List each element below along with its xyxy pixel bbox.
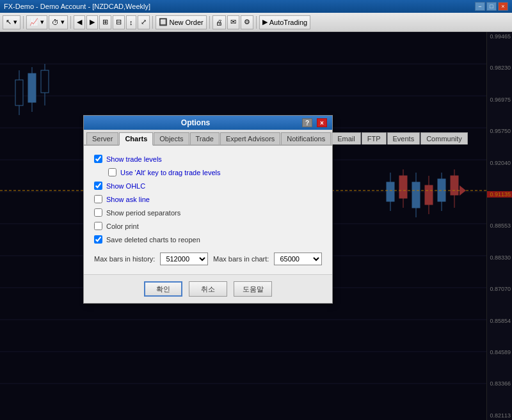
show-trade-levels-label[interactable]: Show trade levels — [106, 155, 162, 163]
max-bars-row: Max bars in history: 512000 256000 12800… — [94, 253, 322, 265]
use-alt-key-label[interactable]: Use 'Alt' key to drag trade levels — [120, 169, 220, 176]
tab-community[interactable]: Community — [420, 132, 468, 144]
charts-tab-content: Show trade levels Use 'Alt' key to drag … — [84, 146, 332, 274]
show-ask-line-row: Show ask line — [94, 195, 322, 203]
show-period-separators-checkbox[interactable] — [94, 208, 102, 217]
window-close-button[interactable]: × — [498, 2, 508, 11]
order-icon: 🔲 — [159, 18, 168, 26]
tab-expert-advisors[interactable]: Expert Advisors — [220, 132, 280, 144]
toolbar-btn-settings[interactable]: ⚙ — [241, 15, 253, 29]
toolbar-arrows[interactable]: ↖ ▾ — [3, 15, 20, 29]
timeframe-icon: ⏱ — [52, 19, 59, 26]
maximize-button[interactable]: □ — [486, 2, 497, 11]
toolbar-nav3[interactable]: ⊞ — [99, 15, 111, 29]
help-button[interactable]: 도움말 — [234, 281, 272, 297]
show-period-separators-row: Show period separators — [94, 208, 322, 217]
toolbar-sep-5 — [256, 16, 257, 29]
chart-icon: 📈 — [29, 18, 38, 26]
toolbar-nav2[interactable]: ▶ — [86, 15, 98, 29]
tab-ftp[interactable]: FTP — [362, 132, 387, 144]
tab-trade[interactable]: Trade — [190, 132, 220, 144]
tab-objects[interactable]: Objects — [154, 132, 189, 144]
toolbar-sep-4 — [209, 16, 210, 29]
save-deleted-charts-label[interactable]: Save deleted charts to reopen — [106, 236, 200, 244]
dialog-close-button[interactable]: × — [317, 118, 327, 127]
use-alt-key-checkbox[interactable] — [108, 168, 116, 176]
save-deleted-charts-checkbox[interactable] — [94, 235, 102, 244]
show-trade-levels-row: Show trade levels — [94, 155, 322, 163]
use-alt-key-row: Use 'Alt' key to drag trade levels — [94, 168, 322, 176]
toolbar-btn-print[interactable]: 🖨 — [212, 15, 226, 29]
new-order-button[interactable]: 🔲 New Order — [156, 15, 207, 29]
toolbar-charts-btn[interactable]: 📈▾ — [26, 15, 47, 29]
toolbar-nav4[interactable]: ⊟ — [113, 15, 125, 29]
toolbar-sep-3 — [152, 16, 153, 29]
show-ohlc-checkbox[interactable] — [94, 182, 102, 190]
title-bar-controls: − □ × — [475, 2, 508, 11]
color-print-checkbox[interactable] — [94, 222, 102, 230]
dialog-help-button[interactable]: ? — [302, 118, 312, 127]
toolbar-arrow-label: ▾ — [13, 18, 17, 26]
show-ohlc-label[interactable]: Show OHLC — [106, 182, 145, 190]
dialog-titlebar: Options ? × — [84, 116, 332, 130]
autotrading-icon: ▶ — [262, 18, 268, 26]
dialog-title-controls: ? × — [302, 118, 327, 127]
toolbar: ↖ ▾ 📈▾ ⏱▾ ◀ ▶ ⊞ ⊟ ↕ ⤢ 🔲 New Order 🖨 ✉ ⚙ … — [0, 13, 512, 32]
main-area: 0.99465 0.98230 0.96975 0.95750 0.92040 … — [0, 32, 512, 420]
title-bar: FX-Demo - Demo Account - [NZDCAD,Weekly]… — [0, 0, 512, 13]
dialog-title: Options — [89, 118, 302, 127]
toolbar-timeframes-btn[interactable]: ⏱▾ — [49, 15, 68, 29]
tab-charts[interactable]: Charts — [119, 132, 153, 146]
toolbar-nav6[interactable]: ⤢ — [138, 15, 150, 29]
tab-bar: Server Charts Objects Trade Expert Advis… — [84, 130, 332, 146]
toolbar-sep-2 — [70, 16, 71, 29]
show-trade-levels-checkbox[interactable] — [94, 155, 102, 163]
dialog-footer: 확인 취소 도움말 — [84, 274, 332, 303]
tab-server[interactable]: Server — [86, 132, 118, 144]
ok-button[interactable]: 확인 — [144, 281, 182, 297]
options-dialog: Options ? × Server Charts Objects Trade … — [83, 115, 333, 304]
save-deleted-charts-row: Save deleted charts to reopen — [94, 235, 322, 244]
arrow-icon: ↖ — [6, 18, 12, 26]
max-bars-chart-label: Max bars in chart: — [213, 255, 269, 263]
toolbar-btn-mail[interactable]: ✉ — [227, 15, 239, 29]
show-ask-line-checkbox[interactable] — [94, 195, 102, 203]
max-bars-history-select[interactable]: 512000 256000 128000 — [160, 253, 208, 265]
toolbar-nav5[interactable]: ↕ — [126, 15, 136, 29]
color-print-label[interactable]: Color print — [106, 222, 139, 230]
toolbar-nav1[interactable]: ◀ — [74, 15, 85, 29]
autotrading-label: AutoTrading — [269, 19, 308, 26]
show-ohlc-row: Show OHLC — [94, 182, 322, 190]
cancel-button[interactable]: 취소 — [189, 281, 227, 297]
toolbar-sep-1 — [23, 16, 24, 29]
show-ask-line-label[interactable]: Show ask line — [106, 196, 150, 203]
autotrading-button[interactable]: ▶ AutoTrading — [259, 15, 311, 29]
max-bars-history-label: Max bars in history: — [94, 255, 155, 263]
show-period-separators-label[interactable]: Show period separators — [106, 209, 180, 217]
tab-events[interactable]: Events — [387, 132, 420, 144]
color-print-row: Color print — [94, 222, 322, 230]
minimize-button[interactable]: − — [475, 2, 485, 11]
max-bars-chart-select[interactable]: 65000 32000 16000 — [274, 253, 322, 265]
new-order-label: New Order — [170, 19, 204, 26]
tab-notifications[interactable]: Notifications — [281, 132, 331, 144]
tab-email[interactable]: Email — [332, 132, 361, 144]
title-bar-text: FX-Demo - Demo Account - [NZDCAD,Weekly] — [4, 3, 475, 10]
